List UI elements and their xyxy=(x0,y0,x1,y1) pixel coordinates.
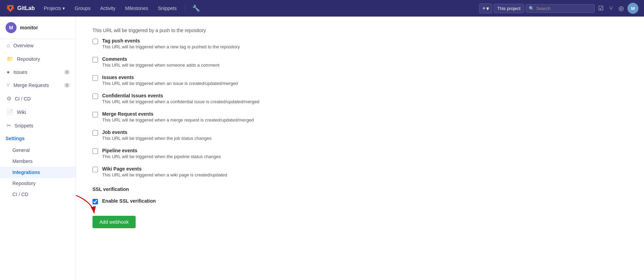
sidebar-sub-repository[interactable]: Repository xyxy=(0,178,76,189)
snippets-icon: ✂ xyxy=(7,122,11,129)
sidebar-sub-general[interactable]: General xyxy=(0,145,76,156)
add-webhook-container: Add webhook xyxy=(92,212,403,228)
event-label-col-tag_push: Tag push eventsThis URL will be triggere… xyxy=(102,38,403,49)
this-project-btn[interactable]: This project xyxy=(494,4,524,13)
event-label-col-wiki_page: Wiki Page eventsThis URL will be trigger… xyxy=(102,166,403,177)
search-box[interactable]: 🔍 Search xyxy=(526,4,595,13)
event-label-col-confidential_issues: Confidential Issues eventsThis URL will … xyxy=(102,93,403,104)
event-row-confidential_issues: Confidential Issues eventsThis URL will … xyxy=(92,89,403,108)
event-checkbox-col-issues xyxy=(92,75,98,82)
merge-requests-badge: 0 xyxy=(64,83,70,88)
sidebar-username: monitor xyxy=(20,25,38,30)
event-checkbox-wiki_page[interactable] xyxy=(92,167,98,172)
event-label-col-comments: CommentsThis URL will be triggered when … xyxy=(102,56,403,68)
event-label-wiki_page[interactable]: Wiki Page events xyxy=(102,166,142,172)
chevron-down-icon: ▾ xyxy=(486,5,489,12)
event-desc-comments: This URL will be triggered when someone … xyxy=(102,62,403,68)
ssl-label-col: Enable SSL verification xyxy=(102,198,403,204)
event-checkbox-col-comments xyxy=(92,56,98,64)
event-label-comments[interactable]: Comments xyxy=(102,56,127,62)
sidebar-item-snippets[interactable]: ✂ Snippets xyxy=(0,119,76,132)
sidebar-sub-cicd[interactable]: CI / CD xyxy=(0,189,76,200)
ssl-section-title: SSL verification xyxy=(92,186,403,192)
event-label-pipeline_events[interactable]: Pipeline events xyxy=(102,148,137,153)
ssl-label[interactable]: Enable SSL verification xyxy=(102,198,156,204)
sidebar-item-overview[interactable]: ⌂ Overview xyxy=(0,39,76,52)
sidebar-user: M monitor xyxy=(0,17,76,39)
nav-right-actions: + ▾ This project 🔍 Search ☑ ⑂ ◎ M xyxy=(479,2,638,14)
event-checkbox-tag_push[interactable] xyxy=(92,39,98,44)
event-row-issues: Issues eventsThis URL will be triggered … xyxy=(92,71,403,89)
sidebar-item-repository[interactable]: 📁 Repository xyxy=(0,52,76,66)
event-label-col-pipeline_events: Pipeline eventsThis URL will be triggere… xyxy=(102,148,403,159)
event-checkbox-comments[interactable] xyxy=(92,57,98,62)
event-desc-wiki_page: This URL will be triggered when a wiki p… xyxy=(102,172,403,177)
sidebar-item-issues[interactable]: ● Issues 0 xyxy=(0,66,76,79)
event-row-merge_requests: Merge Request eventsThis URL will be tri… xyxy=(92,108,403,126)
nav-activity[interactable]: Activity xyxy=(97,0,119,17)
event-checkbox-merge_requests[interactable] xyxy=(92,112,98,117)
sidebar-item-wiki[interactable]: 📄 Wiki xyxy=(0,105,76,119)
gitlab-logo[interactable]: GitLab xyxy=(6,3,35,13)
issues-icon-btn[interactable]: ◎ xyxy=(616,2,626,14)
event-checkbox-confidential_issues[interactable] xyxy=(92,94,98,99)
event-label-merge_requests[interactable]: Merge Request events xyxy=(102,111,154,117)
plus-icon: + xyxy=(482,5,485,11)
event-row-tag_push: Tag push eventsThis URL will be triggere… xyxy=(92,35,403,53)
events-list: Tag push eventsThis URL will be triggere… xyxy=(92,35,403,181)
sidebar-item-merge-requests[interactable]: ⑂ Merge Requests 0 xyxy=(0,79,76,92)
sidebar-item-settings[interactable]: Settings xyxy=(0,132,76,145)
nav-divider-1 xyxy=(185,4,185,12)
home-icon: ⌂ xyxy=(7,42,10,49)
cicd-icon: ⚙ xyxy=(7,95,11,102)
event-checkbox-issues[interactable] xyxy=(92,75,98,81)
event-desc-confidential_issues: This URL will be triggered when a confid… xyxy=(102,99,403,104)
event-label-job_events[interactable]: Job events xyxy=(102,129,127,135)
wiki-icon: 📄 xyxy=(7,109,13,115)
todo-icon-btn[interactable]: ☑ xyxy=(596,2,606,14)
sidebar-avatar: M xyxy=(6,22,17,33)
issues-icon: ● xyxy=(7,69,10,75)
event-desc-job_events: This URL will be triggered when the job … xyxy=(102,136,403,141)
nav-projects[interactable]: Projects ▾ xyxy=(40,0,69,17)
merge-requests-icon: ⑂ xyxy=(7,82,10,88)
event-label-issues[interactable]: Issues events xyxy=(102,75,134,80)
repository-icon: 📁 xyxy=(7,56,13,62)
event-checkbox-col-pipeline_events xyxy=(92,148,98,155)
add-webhook-button[interactable]: Add webhook xyxy=(92,216,136,228)
event-checkbox-col-tag_push xyxy=(92,38,98,45)
content-area: This URL will be triggered by a push to … xyxy=(76,17,644,280)
issues-badge: 0 xyxy=(64,70,70,75)
event-checkbox-col-wiki_page xyxy=(92,166,98,173)
main-layout: M monitor ⌂ Overview 📁 Repository ● Issu… xyxy=(0,17,644,280)
event-desc-issues: This URL will be triggered when an issue… xyxy=(102,81,403,86)
event-checkbox-job_events[interactable] xyxy=(92,130,98,136)
event-checkbox-col-merge_requests xyxy=(92,111,98,118)
event-label-col-job_events: Job eventsThis URL will be triggered whe… xyxy=(102,129,403,141)
spanner-icon-btn[interactable]: 🔧 xyxy=(190,2,202,14)
sidebar-item-cicd[interactable]: ⚙ CI / CD xyxy=(0,92,76,105)
user-avatar[interactable]: M xyxy=(627,3,638,14)
create-new-btn[interactable]: + ▾ xyxy=(479,3,492,13)
top-navigation: GitLab Projects ▾ Groups Activity Milest… xyxy=(0,0,644,17)
sidebar-sub-integrations[interactable]: Integrations xyxy=(0,167,76,178)
event-label-col-merge_requests: Merge Request eventsThis URL will be tri… xyxy=(102,111,403,123)
search-placeholder: Search xyxy=(536,6,550,11)
ssl-row: Enable SSL verification xyxy=(92,195,403,209)
search-icon: 🔍 xyxy=(529,6,534,11)
event-label-col-issues: Issues eventsThis URL will be triggered … xyxy=(102,75,403,86)
nav-milestones[interactable]: Milestones xyxy=(122,0,152,17)
merge-request-icon-btn[interactable]: ⑂ xyxy=(607,3,615,14)
event-label-confidential_issues[interactable]: Confidential Issues events xyxy=(102,93,163,98)
event-row-comments: CommentsThis URL will be triggered when … xyxy=(92,53,403,71)
ssl-checkbox[interactable] xyxy=(92,199,98,204)
nav-snippets[interactable]: Snippets xyxy=(154,0,180,17)
gitlab-logo-text: GitLab xyxy=(17,5,35,11)
event-checkbox-col-job_events xyxy=(92,129,98,137)
event-row-wiki_page: Wiki Page eventsThis URL will be trigger… xyxy=(92,163,403,181)
event-label-tag_push[interactable]: Tag push events xyxy=(102,38,140,44)
event-checkbox-pipeline_events[interactable] xyxy=(92,148,98,154)
nav-groups[interactable]: Groups xyxy=(71,0,94,17)
sidebar-sub-members[interactable]: Members xyxy=(0,156,76,167)
webhook-form: This URL will be triggered by a push to … xyxy=(92,28,403,228)
